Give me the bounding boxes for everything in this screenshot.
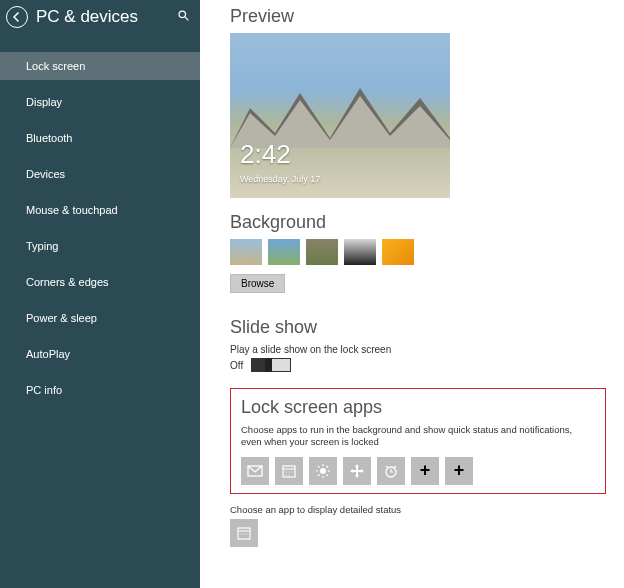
background-thumb-4[interactable] bbox=[344, 239, 376, 265]
lock-screen-apps-heading: Lock screen apps bbox=[241, 397, 595, 418]
background-heading: Background bbox=[230, 212, 606, 233]
sidebar: PC & devices Lock screen Display Bluetoo… bbox=[0, 0, 200, 588]
svg-point-27 bbox=[240, 533, 241, 534]
svg-point-0 bbox=[179, 11, 186, 18]
svg-point-12 bbox=[288, 474, 289, 475]
lock-screen-apps-description: Choose apps to run in the background and… bbox=[241, 424, 595, 449]
slideshow-toggle-state: Off bbox=[230, 360, 243, 371]
app-slot-network[interactable] bbox=[343, 457, 371, 485]
sidebar-item-lock-screen[interactable]: Lock screen bbox=[0, 52, 200, 80]
svg-point-9 bbox=[288, 471, 289, 472]
toggle-knob bbox=[265, 358, 272, 372]
svg-point-29 bbox=[246, 533, 247, 534]
sidebar-item-label: AutoPlay bbox=[26, 348, 70, 360]
lock-screen-preview[interactable]: 2:42 Wednesday, July 17 bbox=[230, 33, 450, 198]
plus-icon: + bbox=[420, 460, 431, 481]
detailed-status-section: Choose an app to display detailed status bbox=[230, 504, 606, 547]
svg-line-24 bbox=[394, 466, 396, 468]
page-title: PC & devices bbox=[36, 7, 177, 27]
svg-point-28 bbox=[243, 533, 244, 534]
sidebar-item-autoplay[interactable]: AutoPlay bbox=[0, 340, 200, 368]
sidebar-item-label: Typing bbox=[26, 240, 58, 252]
background-thumb-2[interactable] bbox=[268, 239, 300, 265]
search-icon bbox=[177, 9, 190, 22]
svg-point-10 bbox=[291, 471, 292, 472]
sidebar-item-devices[interactable]: Devices bbox=[0, 160, 200, 188]
preview-date: Wednesday, July 17 bbox=[240, 174, 320, 184]
background-section: Background Browse bbox=[230, 212, 606, 293]
svg-line-1 bbox=[185, 17, 188, 20]
background-thumb-5[interactable] bbox=[382, 239, 414, 265]
preview-heading: Preview bbox=[230, 6, 606, 27]
background-thumb-3[interactable] bbox=[306, 239, 338, 265]
slideshow-section: Slide show Play a slide show on the lock… bbox=[230, 317, 606, 372]
slideshow-label: Play a slide show on the lock screen bbox=[230, 344, 606, 355]
sidebar-item-pc-info[interactable]: PC info bbox=[0, 376, 200, 404]
sidebar-item-label: Devices bbox=[26, 168, 65, 180]
sidebar-item-label: Power & sleep bbox=[26, 312, 97, 324]
sidebar-item-corners-edges[interactable]: Corners & edges bbox=[0, 268, 200, 296]
sidebar-item-label: Mouse & touchpad bbox=[26, 204, 118, 216]
svg-line-21 bbox=[327, 466, 329, 468]
sidebar-item-label: Lock screen bbox=[26, 60, 85, 72]
lock-screen-apps-section: Lock screen apps Choose apps to run in t… bbox=[230, 388, 606, 494]
arrow-left-icon bbox=[11, 11, 23, 23]
plus-icon: + bbox=[454, 460, 465, 481]
sidebar-item-typing[interactable]: Typing bbox=[0, 232, 200, 260]
alarm-icon bbox=[383, 463, 399, 479]
slideshow-toggle-row: Off bbox=[230, 358, 606, 372]
app-slot-add-1[interactable]: + bbox=[411, 457, 439, 485]
back-button[interactable] bbox=[6, 6, 28, 28]
svg-point-11 bbox=[285, 474, 286, 475]
move-icon bbox=[349, 463, 365, 479]
background-thumbnails bbox=[230, 239, 606, 265]
sidebar-item-bluetooth[interactable]: Bluetooth bbox=[0, 124, 200, 152]
sidebar-item-label: PC info bbox=[26, 384, 62, 396]
preview-time: 2:42 bbox=[240, 139, 291, 170]
main-panel: Preview 2:42 Wednesday, July 17 Backgrou… bbox=[200, 0, 624, 588]
mountain-illustration bbox=[230, 78, 450, 148]
app-slot-add-2[interactable]: + bbox=[445, 457, 473, 485]
svg-line-19 bbox=[327, 474, 329, 476]
svg-point-13 bbox=[320, 468, 326, 474]
svg-line-18 bbox=[318, 466, 320, 468]
search-button[interactable] bbox=[177, 9, 190, 25]
calendar-icon bbox=[236, 525, 252, 541]
browse-button[interactable]: Browse bbox=[230, 274, 285, 293]
sidebar-item-display[interactable]: Display bbox=[0, 88, 200, 116]
detailed-status-app-slot[interactable] bbox=[230, 519, 258, 547]
calendar-icon bbox=[281, 463, 297, 479]
app-slot-alarm[interactable] bbox=[377, 457, 405, 485]
app-slot-weather[interactable] bbox=[309, 457, 337, 485]
app-slot-mail[interactable] bbox=[241, 457, 269, 485]
mail-icon bbox=[247, 463, 263, 479]
sidebar-item-label: Corners & edges bbox=[26, 276, 109, 288]
sidebar-item-label: Display bbox=[26, 96, 62, 108]
slideshow-toggle[interactable] bbox=[251, 358, 291, 372]
sidebar-item-mouse-touchpad[interactable]: Mouse & touchpad bbox=[0, 196, 200, 224]
app-slot-calendar[interactable] bbox=[275, 457, 303, 485]
sidebar-items: Lock screen Display Bluetooth Devices Mo… bbox=[0, 52, 200, 412]
preview-section: Preview 2:42 Wednesday, July 17 bbox=[230, 6, 606, 198]
sun-icon bbox=[315, 463, 331, 479]
detailed-status-label: Choose an app to display detailed status bbox=[230, 504, 606, 515]
sidebar-item-label: Bluetooth bbox=[26, 132, 72, 144]
slideshow-heading: Slide show bbox=[230, 317, 606, 338]
sidebar-header: PC & devices bbox=[0, 0, 200, 34]
quick-status-app-slots: + + bbox=[241, 457, 595, 485]
sidebar-item-power-sleep[interactable]: Power & sleep bbox=[0, 304, 200, 332]
svg-line-20 bbox=[318, 474, 320, 476]
svg-line-23 bbox=[386, 466, 388, 468]
background-thumb-1[interactable] bbox=[230, 239, 262, 265]
svg-point-8 bbox=[285, 471, 286, 472]
